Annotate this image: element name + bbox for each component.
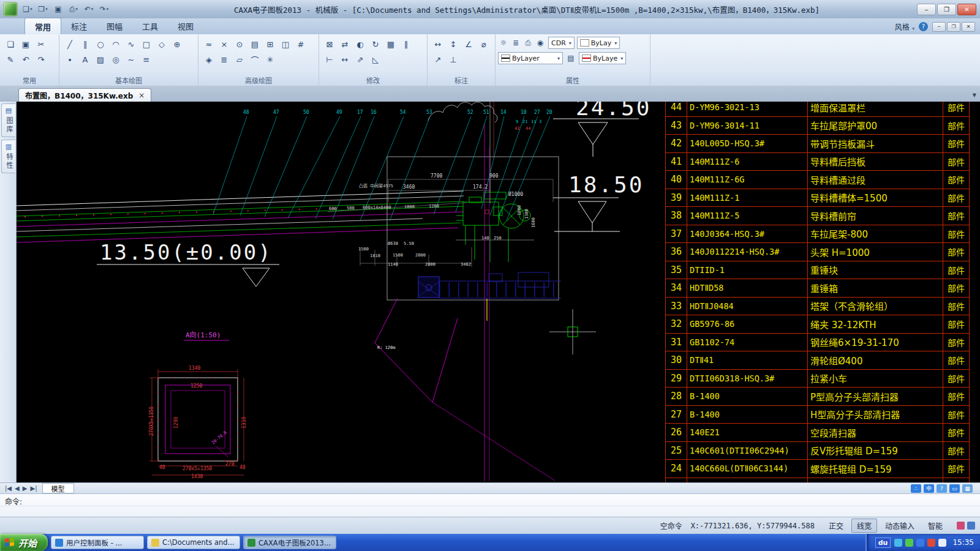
cdr-dropdown[interactable]: CDR▾ (548, 37, 575, 49)
toggle-智能[interactable]: 智能 (922, 519, 948, 533)
command-line[interactable]: 命令: (0, 493, 980, 517)
array-icon[interactable]: ▦ (384, 37, 398, 51)
color-combo[interactable]: ByLay▾ (577, 37, 620, 49)
chinese-service-icon[interactable]: 中 (924, 484, 934, 493)
polygon-icon[interactable]: ◇ (155, 37, 168, 51)
linear-dim-icon[interactable]: ↔ (431, 37, 445, 51)
maximize-button[interactable]: ❐ (937, 4, 956, 15)
circle-dot-icon[interactable]: ⊙ (233, 37, 246, 51)
diameter-dim-icon[interactable]: ⌀ (477, 37, 491, 51)
grid-icon[interactable]: ⊞ (263, 37, 277, 51)
ribbon-tab-图幅[interactable]: 图幅 (97, 18, 132, 34)
hatch-icon[interactable]: ▨ (94, 53, 107, 66)
taskbar-task-button[interactable]: CAXA电子图板2013... (243, 536, 336, 549)
drawing-canvas[interactable]: 484750491716545352511410272013.50(±0.00)… (17, 102, 980, 482)
text-icon[interactable]: A (78, 53, 92, 66)
style-button[interactable]: 风格 ▾ (895, 21, 914, 32)
toggle-线宽[interactable]: 线宽 (851, 519, 877, 533)
cross-icon[interactable]: × (217, 37, 231, 51)
ime-indicator[interactable]: du (875, 538, 891, 548)
linecolor-combo[interactable]: ByLaye▾ (579, 52, 626, 64)
cut-icon[interactable]: ✂ (34, 37, 48, 51)
side-tab-特性[interactable]: ▥特性 (1, 140, 15, 173)
leader-icon[interactable]: ↗ (431, 53, 445, 66)
scale-icon[interactable]: ⇗ (353, 53, 367, 66)
parallel-line-icon[interactable]: ∥ (78, 37, 92, 51)
print-style-icon[interactable]: ⎙ (522, 37, 533, 48)
datum-icon[interactable]: ⊥ (447, 53, 460, 66)
taskbar-task-button[interactable]: 用户控制面板 - ... (51, 536, 144, 549)
app-center-icon[interactable]: ▦ (962, 484, 973, 493)
model-tab[interactable]: 模型 (42, 483, 74, 493)
mirror-icon[interactable]: ◐ (353, 37, 367, 51)
linetype-combo[interactable]: ByLayer▾ (498, 52, 563, 64)
move-icon[interactable]: ⇄ (338, 37, 352, 51)
tab-scroll-icon[interactable]: ▼ (973, 92, 976, 102)
ribbon-tab-标注[interactable]: 标注 (61, 18, 97, 34)
layers-icon[interactable]: ≣ (510, 37, 521, 48)
save-icon[interactable]: ▣ (51, 3, 66, 15)
hash-icon[interactable]: # (294, 37, 307, 51)
toggle-动态输入[interactable]: 动态输入 (880, 519, 920, 533)
tab-close-icon[interactable]: × (138, 91, 145, 100)
arc2-icon[interactable]: ⌒ (248, 53, 262, 66)
sheet-nav-arrow[interactable]: ▶ (23, 485, 28, 492)
sheet-nav-arrow[interactable]: |◀ (5, 485, 12, 492)
record-icon[interactable] (957, 522, 965, 530)
curve-icon[interactable]: ≈ (202, 37, 216, 51)
online-help-icon[interactable]: ? (937, 484, 947, 493)
mdi-minimize-button[interactable]: ‒ (932, 22, 946, 32)
arc-icon[interactable]: ◠ (109, 37, 123, 51)
start-button[interactable]: 开始 (0, 534, 48, 551)
sheet-nav-arrow[interactable]: ▶| (30, 485, 37, 492)
minimize-button[interactable]: ‒ (917, 4, 936, 15)
ribbon-tab-视图[interactable]: 视图 (168, 18, 203, 34)
cloud-community-icon[interactable]: ∴ (911, 484, 921, 493)
undo-icon[interactable]: ↶▾ (81, 3, 96, 15)
erase-icon[interactable]: ⊠ (323, 37, 336, 51)
ribbon-tab-工具[interactable]: 工具 (132, 18, 168, 34)
lineweight-icon[interactable]: ▤ (565, 53, 576, 64)
copy-icon[interactable]: ▣ (19, 37, 32, 51)
paste-icon[interactable]: ❏ (4, 37, 17, 51)
parallelogram-icon[interactable]: ▱ (233, 53, 246, 66)
app-logo-icon[interactable] (3, 2, 18, 17)
screen-share-icon[interactable]: ▭ (949, 484, 960, 493)
vertical-dim-icon[interactable]: ↕ (447, 37, 460, 51)
center-line-icon[interactable]: ⊕ (170, 37, 184, 51)
chamfer-icon[interactable]: ◺ (369, 53, 382, 66)
offset-icon[interactable]: ‖ (399, 37, 413, 51)
mdi-close-button[interactable]: ✕ (962, 22, 975, 32)
triple-line-icon[interactable]: ≣ (217, 53, 231, 66)
undo-icon[interactable]: ↶ (19, 53, 32, 66)
tray-antivirus-icon[interactable] (905, 539, 913, 547)
brightness-icon[interactable]: ☼ (498, 37, 509, 48)
trim-icon[interactable]: ⊢ (323, 53, 336, 66)
snap-grid-icon[interactable] (967, 522, 975, 530)
line-icon[interactable]: ╱ (63, 37, 77, 51)
mdi-restore-button[interactable]: ❐ (947, 22, 960, 32)
sheet-nav-arrow[interactable]: ◀ (15, 485, 20, 492)
format-painter-icon[interactable]: ✎ (4, 53, 17, 66)
circle-icon[interactable]: ○ (94, 37, 107, 51)
open-file-icon[interactable]: ❒▾ (36, 3, 50, 15)
star-icon[interactable]: ✳ (263, 53, 277, 66)
toggle-正交[interactable]: 正交 (823, 519, 849, 533)
side-tab-图库[interactable]: ▤图库 (1, 103, 15, 137)
point-icon[interactable]: ∙ (63, 53, 77, 66)
document-tab[interactable]: 布置图，B1400，315Kw.exb × (18, 88, 151, 102)
angle-dim-icon[interactable]: ∠ (462, 37, 475, 51)
wave-line-icon[interactable]: ~ (124, 53, 138, 66)
tray-network-icon[interactable] (894, 539, 902, 547)
tray-update-icon[interactable] (916, 539, 924, 547)
redo-icon[interactable]: ↷▾ (97, 3, 111, 15)
gem-icon[interactable]: ◈ (202, 53, 216, 66)
multi-line-icon[interactable]: ≡ (140, 53, 153, 66)
half-box-icon[interactable]: ◫ (279, 37, 292, 51)
ribbon-tab-常用[interactable]: 常用 (24, 18, 61, 34)
tray-alert-icon[interactable] (927, 539, 935, 547)
hatch2-icon[interactable]: ▤ (248, 37, 262, 51)
rotate-icon[interactable]: ↻ (369, 37, 382, 51)
spline-icon[interactable]: ∿ (124, 37, 138, 51)
stretch-icon[interactable]: ↔ (338, 53, 352, 66)
